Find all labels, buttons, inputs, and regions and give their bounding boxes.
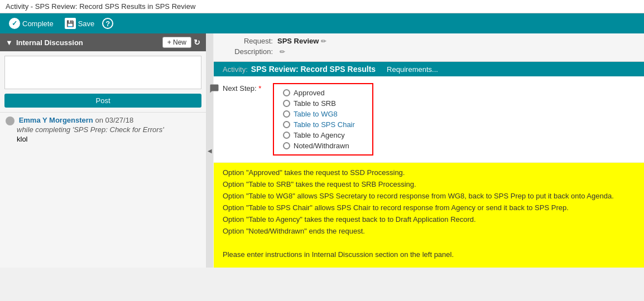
radio-label-sps-chair: Table to SPS Chair (294, 120, 355, 129)
request-row: Request: SPS Review ✏ (223, 37, 635, 45)
panel-collapse-handle[interactable]: ◀ (206, 33, 213, 268)
save-icon: 💾 (65, 18, 76, 29)
discussion-comment: klol (17, 135, 200, 143)
post-button[interactable]: Post (4, 94, 201, 108)
info-text-section: Option "Approved" takes the request to S… (214, 163, 644, 268)
radio-option-noted[interactable]: Noted/Withdrawn (283, 142, 363, 150)
left-panel-title: Internal Discussion (16, 38, 83, 47)
activity-bar: Activity: SPS Review: Record SPS Results… (214, 62, 644, 76)
info-text-2: Option "Table to SRB" takes the request … (223, 180, 635, 188)
radio-options-box: Approved Table to SRB Table to WG8 (273, 83, 373, 156)
request-label: Request: (223, 37, 273, 45)
title-bar: Activity - SPS Review: Record SPS Result… (0, 0, 644, 13)
discussion-date: on 03/27/18 (95, 116, 133, 124)
radio-option-wg8[interactable]: Table to WG8 (283, 110, 363, 118)
info-text-5: Option "Table to Agency" takes the reque… (223, 215, 635, 224)
radio-label-wg8: Table to WG8 (294, 110, 338, 118)
left-panel-header: ▼ Internal Discussion + New ↻ (0, 33, 206, 51)
radio-label-agency: Table to Agency (294, 131, 345, 139)
description-label: Description: (223, 47, 273, 56)
right-panel: Request: SPS Review ✏ Description: ✏ Act… (214, 33, 644, 268)
new-button[interactable]: + New (162, 37, 191, 48)
info-text-7 (223, 239, 635, 247)
required-marker: * (258, 84, 261, 93)
activity-value: SPS Review: Record SPS Results (251, 65, 376, 74)
radio-option-agency[interactable]: Table to Agency (283, 131, 363, 139)
discussion-entry: Emma Y Morgenstern on 03/27/18 while com… (0, 112, 206, 147)
user-icon (6, 116, 15, 125)
radio-label-srb: Table to SRB (294, 99, 336, 108)
chat-bubble-icon[interactable] (209, 84, 219, 95)
radio-option-approved[interactable]: Approved (283, 89, 363, 97)
info-text-4: Option "Table to SPS Chair" allows SPS C… (223, 203, 635, 212)
radio-approved[interactable] (283, 89, 290, 96)
request-edit-icon[interactable]: ✏ (321, 37, 326, 45)
radio-sps-chair[interactable] (283, 121, 290, 128)
page-title: Activity - SPS Review: Record SPS Result… (6, 2, 195, 11)
info-text-3: Option "Table to WG8" allows SPS Secreta… (223, 192, 635, 200)
info-text-1: Option "Approved" takes the request to S… (223, 168, 635, 177)
collapse-left-icon: ◀ (208, 148, 212, 154)
action-bar: ✓ Complete 💾 Save ? (0, 13, 644, 33)
discussion-input[interactable] (4, 56, 201, 89)
radio-noted[interactable] (283, 142, 290, 149)
discussion-username: Emma Y Morgenstern (19, 116, 93, 124)
left-panel: ▼ Internal Discussion + New ↻ Post Emma … (0, 33, 206, 268)
refresh-icon[interactable]: ↻ (194, 38, 200, 47)
save-button[interactable]: 💾 Save (61, 17, 98, 30)
next-step-label: Next Step: * (223, 83, 273, 156)
radio-option-sps-chair[interactable]: Table to SPS Chair (283, 120, 363, 129)
radio-option-srb[interactable]: Table to SRB (283, 99, 363, 108)
collapse-arrow-icon[interactable]: ▼ (6, 38, 13, 47)
help-button[interactable]: ? (102, 18, 113, 29)
discussion-note: while completing 'SPS Prep: Check for Er… (17, 125, 200, 134)
radio-srb[interactable] (283, 100, 290, 107)
radio-label-approved: Approved (294, 89, 325, 97)
content-area: Next Step: * Approved Table to SRB (214, 76, 644, 268)
requirements-link[interactable]: Requirements... (387, 65, 438, 74)
radio-label-noted: Noted/Withdrawn (294, 142, 349, 150)
description-edit-icon[interactable]: ✏ (280, 48, 285, 56)
description-row: Description: ✏ (223, 47, 635, 56)
info-section: Request: SPS Review ✏ Description: ✏ (214, 33, 644, 62)
complete-button[interactable]: ✓ Complete (6, 17, 57, 30)
main-container: ▼ Internal Discussion + New ↻ Post Emma … (0, 33, 644, 268)
radio-agency[interactable] (283, 132, 290, 139)
info-text-8: Please enter instructions in Internal Di… (223, 250, 635, 259)
info-text-6: Option "Noted/Withdrawn" ends the reques… (223, 227, 635, 235)
radio-wg8[interactable] (283, 110, 290, 118)
check-icon: ✓ (9, 18, 20, 29)
activity-label: Activity: (223, 65, 248, 74)
request-value: SPS Review (277, 37, 319, 45)
next-step-section: Next Step: * Approved Table to SRB (214, 76, 644, 163)
